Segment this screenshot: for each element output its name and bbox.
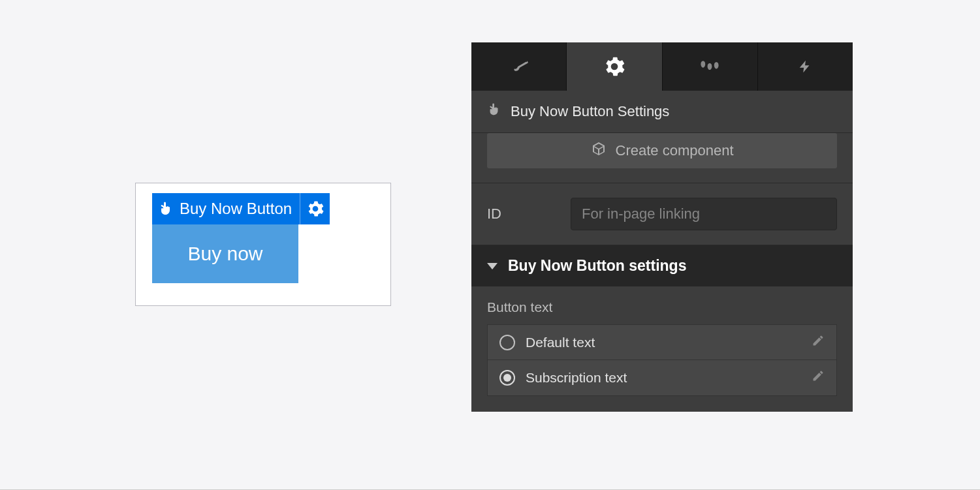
- cube-icon: [591, 141, 607, 161]
- chevron-down-icon: [487, 263, 498, 269]
- option-label: Subscription text: [526, 370, 627, 386]
- create-component-wrap: Create component: [471, 133, 853, 183]
- id-input[interactable]: [571, 198, 837, 230]
- id-label: ID: [487, 206, 552, 222]
- buy-now-button[interactable]: Buy now: [152, 224, 298, 283]
- create-component-button[interactable]: Create component: [487, 133, 837, 168]
- tab-settings[interactable]: [567, 42, 662, 91]
- create-component-label: Create component: [616, 142, 734, 159]
- hand-pointer-icon: [487, 102, 501, 121]
- radio-unselected-icon: [499, 335, 515, 350]
- option-subscription-text[interactable]: Subscription text: [487, 360, 837, 396]
- edit-icon[interactable]: [812, 369, 825, 386]
- element-label-bar[interactable]: Buy Now Button: [152, 193, 330, 224]
- option-label: Default text: [526, 335, 595, 350]
- tab-style[interactable]: [471, 42, 567, 91]
- button-text-label: Button text: [471, 286, 853, 324]
- element-label: Buy Now Button: [180, 200, 300, 218]
- settings-header: Buy Now Button Settings: [471, 91, 853, 133]
- canvas-element[interactable]: Buy Now Button Buy now: [135, 183, 391, 306]
- accordion-title: Buy Now Button settings: [508, 257, 686, 275]
- radio-selected-icon: [499, 370, 515, 386]
- settings-panel: Buy Now Button Settings Create component…: [471, 42, 853, 412]
- tab-interactions[interactable]: [758, 42, 853, 91]
- hand-pointer-icon: [152, 193, 180, 224]
- button-text-options: Default text Subscription text: [471, 324, 853, 412]
- tab-effects[interactable]: [663, 42, 758, 91]
- id-row: ID: [471, 183, 853, 245]
- element-gear-button[interactable]: [300, 193, 330, 224]
- option-default-text[interactable]: Default text: [487, 324, 837, 360]
- panel-tabs: [471, 42, 853, 91]
- edit-icon[interactable]: [812, 334, 825, 351]
- settings-header-title: Buy Now Button Settings: [511, 103, 669, 120]
- accordion-header[interactable]: Buy Now Button settings: [471, 245, 853, 286]
